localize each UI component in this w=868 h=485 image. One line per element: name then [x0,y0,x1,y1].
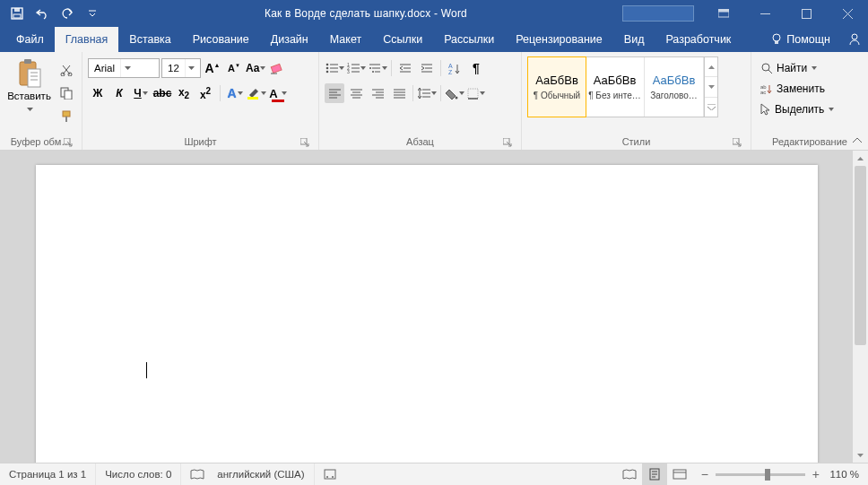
vertical-scrollbar[interactable] [853,151,868,463]
paragraph-dialog-launcher[interactable] [503,138,514,149]
numbering-button[interactable]: 123 [346,58,366,78]
tell-me[interactable]: Помощн [760,27,841,52]
group-editing-label: Редактирование [772,136,847,147]
bold-button[interactable]: Ж [88,83,108,103]
paste-button[interactable]: Вставить [5,55,53,113]
font-name-combo[interactable]: Arial [88,58,160,78]
save-icon[interactable] [9,5,25,22]
undo-icon[interactable] [34,5,50,22]
tab-review[interactable]: Рецензирование [505,27,613,52]
cut-button[interactable] [56,60,76,80]
zoom-out[interactable]: − [701,467,708,481]
view-print-layout[interactable] [642,463,667,485]
tab-view[interactable]: Вид [613,27,655,52]
scroll-thumb[interactable] [855,166,866,345]
scroll-up[interactable] [853,151,868,166]
status-words[interactable]: Число слов: 0 [96,463,181,485]
grow-font-button[interactable]: A▲ [203,58,222,78]
brush-icon [60,110,73,123]
format-painter-button[interactable] [56,107,76,126]
tab-developer[interactable]: Разработчик [655,27,742,52]
zoom-slider[interactable] [716,473,805,476]
tab-insert[interactable]: Вставка [118,27,181,52]
svg-point-39 [332,476,334,478]
style-no-spacing[interactable]: АаБбВв¶ Без инте… [586,57,645,117]
increase-indent-button[interactable] [417,58,437,78]
search-icon [760,62,773,74]
close-icon[interactable] [827,0,868,27]
status-macro[interactable] [315,463,345,485]
bullets-button[interactable] [325,58,344,78]
underline-button[interactable]: Ч [131,83,151,103]
zoom-level[interactable]: 110 % [827,469,859,480]
align-left-button[interactable] [325,83,344,103]
gallery-up[interactable] [705,57,717,77]
strikethrough-button[interactable]: abc [152,83,172,103]
multilevel-list-button[interactable] [368,58,387,78]
svg-rect-18 [247,97,258,100]
shading-button[interactable] [445,83,464,103]
line-spacing-button[interactable] [417,83,437,103]
clear-formatting-button[interactable] [267,58,287,78]
svg-rect-31 [468,89,478,99]
italic-button[interactable]: К [109,83,129,103]
tab-layout[interactable]: Макет [319,27,372,52]
sort-button[interactable]: AZ [445,58,464,78]
decrease-indent-button[interactable] [395,58,415,78]
copy-button[interactable] [56,83,76,103]
status-spellcheck[interactable] [181,463,208,485]
cursor-icon [760,103,771,116]
redo-icon[interactable] [59,5,75,22]
group-styles-label: Стили [622,136,651,147]
tab-mailings[interactable]: Рассылки [433,27,505,52]
change-case-button[interactable]: Aa [246,58,265,78]
qat-dropdown-icon[interactable] [84,5,100,22]
highlight-button[interactable] [247,83,266,103]
page[interactable] [36,165,818,463]
gallery-down[interactable] [705,77,717,97]
document-scroll[interactable] [0,151,853,463]
share-icon[interactable] [841,27,868,52]
ribbon-display-options-icon[interactable] [703,0,744,27]
tab-references[interactable]: Ссылки [372,27,433,52]
find-button[interactable]: Найти [757,58,838,78]
borders-button[interactable] [466,83,486,103]
svg-point-22 [326,71,328,74]
style-heading1[interactable]: АаБбВвЗаголово… [645,57,704,117]
subscript-button[interactable]: x2 [174,83,194,103]
font-dialog-launcher[interactable] [300,138,311,149]
clipboard-dialog-launcher[interactable] [64,138,74,149]
account-placeholder[interactable] [622,5,694,22]
tell-me-label: Помощн [786,33,830,46]
maximize-icon[interactable] [786,0,827,27]
status-page[interactable]: Страница 1 из 1 [0,463,96,485]
text-effects-button[interactable]: A [225,83,245,103]
minimize-icon[interactable] [744,0,786,27]
font-color-button[interactable]: A [268,83,288,103]
collapse-ribbon-button[interactable] [848,134,866,148]
view-web-layout[interactable] [667,463,692,485]
styles-gallery: АаБбВв¶ Обычный АаБбВв¶ Без инте… АаБбВв… [527,56,718,117]
superscript-button[interactable]: x2 [195,83,215,103]
align-right-button[interactable] [368,83,387,103]
show-marks-button[interactable]: ¶ [466,58,486,78]
replace-button[interactable]: abacЗаменить [757,79,838,99]
tab-file[interactable]: Файл [5,27,55,52]
zoom-control: − + 110 % [692,467,868,481]
select-button[interactable]: Выделить [757,100,838,119]
font-size-combo[interactable]: 12 [161,58,201,78]
shrink-font-button[interactable]: A▼ [224,58,244,78]
tab-design[interactable]: Дизайн [260,27,319,52]
style-normal[interactable]: АаБбВв¶ Обычный [527,56,586,117]
view-read-mode[interactable] [617,463,642,485]
scroll-down[interactable] [853,447,868,463]
zoom-in[interactable]: + [812,467,820,481]
styles-dialog-launcher[interactable] [733,138,743,149]
gallery-expand[interactable] [705,98,717,117]
tab-home[interactable]: Главная [55,27,119,52]
status-language[interactable]: английский (США) [208,463,314,485]
align-center-button[interactable] [346,83,366,103]
tab-draw[interactable]: Рисование [182,27,260,52]
macro-icon [324,469,336,480]
justify-button[interactable] [389,83,409,103]
